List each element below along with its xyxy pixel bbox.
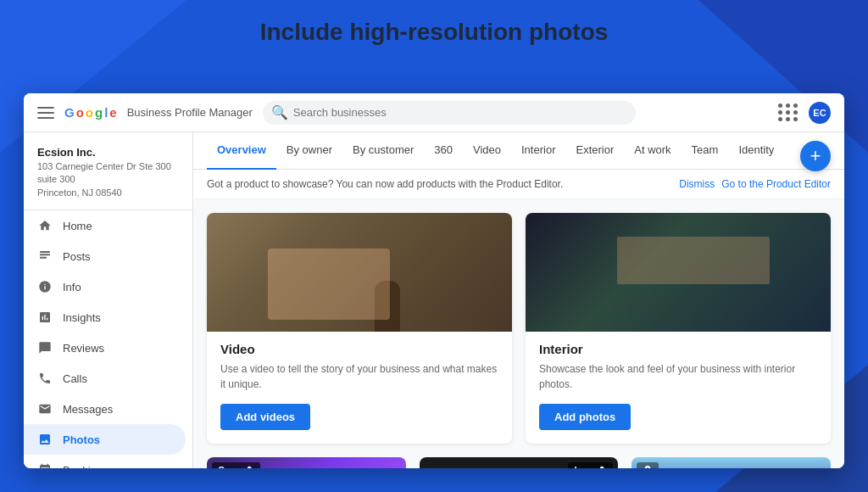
tab-interior[interactable]: Interior [511, 132, 565, 170]
page-headline: Include high-resolution photos [0, 19, 868, 46]
google-logo: Google [64, 105, 117, 120]
sidebar-item-info[interactable]: Info [24, 271, 186, 302]
nav-label-info: Info [63, 281, 81, 294]
browser-window: Google Business Profile Manager 🔍 EC Ecs… [24, 93, 844, 468]
sidebar-item-insights[interactable]: Insights [24, 302, 186, 333]
business-name: Ecsion Inc. [37, 146, 179, 159]
tab-overview[interactable]: Overview [207, 132, 276, 170]
nav-label-home: Home [63, 220, 92, 232]
messages-icon [37, 401, 53, 417]
tab-exterior[interactable]: Exterior [565, 132, 624, 170]
sidebar-item-bookings[interactable]: Bookings [24, 455, 186, 468]
add-videos-button[interactable]: Add videos [220, 404, 310, 430]
building-photo[interactable] [632, 457, 831, 468]
sidebar: Ecsion Inc. 103 Carnegie Center Dr Ste 3… [24, 132, 193, 468]
nav-label-bookings: Bookings [63, 464, 108, 468]
tab-360[interactable]: 360 [424, 132, 463, 170]
banner-text: Got a product to showcase? You can now a… [207, 178, 672, 190]
svg-rect-1 [40, 254, 50, 256]
sidebar-item-messages[interactable]: Messages [24, 394, 186, 424]
main-content: + Overview By owner By customer 360 Vide… [193, 132, 844, 468]
calls-icon [37, 371, 53, 386]
video-person-silhouette [375, 281, 400, 332]
logo-badge: Logo ✎ [568, 462, 613, 468]
sidebar-nav: Home Posts Info [24, 210, 192, 468]
cover-photo[interactable]: Cover ✎ [207, 457, 406, 468]
reviews-icon [37, 340, 53, 355]
interior-card: Interior Showcase the look and feel of y… [526, 213, 831, 444]
product-editor-link[interactable]: Go to the Product Editor [721, 178, 831, 190]
nav-label-calls: Calls [63, 372, 87, 385]
business-address: 103 Carnegie Center Dr Ste 300 suite 300… [37, 160, 179, 199]
search-bar[interactable]: 🔍 [263, 101, 636, 125]
cover-badge: Cover ✎ [212, 462, 260, 468]
sidebar-item-posts[interactable]: Posts [24, 241, 186, 271]
home-icon [37, 218, 53, 233]
nav-label-posts: Posts [63, 250, 91, 263]
insights-icon [37, 310, 53, 325]
nav-label-messages: Messages [63, 403, 113, 416]
interior-card-image [526, 213, 831, 332]
search-icon: 🔍 [271, 104, 288, 120]
search-input[interactable] [293, 106, 627, 119]
photos-icon [37, 432, 53, 447]
interior-card-title: Interior [539, 342, 817, 356]
posts-icon [37, 249, 53, 264]
photo-tabs: Overview By owner By customer 360 Video … [193, 132, 844, 170]
tab-at-work[interactable]: At work [624, 132, 681, 170]
tab-identity[interactable]: Identity [728, 132, 784, 170]
nav-label-reviews: Reviews [63, 342, 104, 355]
video-card-body: Video Use a video to tell the story of y… [207, 332, 512, 444]
building-badge [637, 462, 659, 468]
hamburger-icon[interactable] [37, 107, 54, 119]
interior-card-desc: Showcase the look and feel of your busin… [539, 361, 817, 392]
video-card-image [207, 213, 512, 332]
sidebar-item-photos[interactable]: Photos [24, 424, 186, 455]
product-editor-banner: Got a product to showcase? You can now a… [193, 170, 844, 199]
svg-rect-0 [40, 251, 50, 253]
tab-by-customer[interactable]: By customer [342, 132, 424, 170]
business-info: Ecsion Inc. 103 Carnegie Center Dr Ste 3… [24, 139, 192, 210]
sidebar-item-reviews[interactable]: Reviews [24, 333, 186, 363]
nav-label-insights: Insights [63, 311, 101, 324]
top-bar: Google Business Profile Manager 🔍 EC [24, 93, 844, 132]
video-card-title: Video [220, 342, 498, 356]
topbar-title: Business Profile Manager [127, 106, 253, 119]
sidebar-item-home[interactable]: Home [24, 210, 186, 241]
nav-label-photos: Photos [63, 433, 100, 446]
info-icon [37, 279, 53, 294]
video-card-desc: Use a video to tell the story of your bu… [220, 361, 498, 392]
add-photo-fab[interactable]: + [800, 141, 831, 171]
sidebar-item-calls[interactable]: Calls [24, 363, 186, 394]
tab-team[interactable]: Team [682, 132, 729, 170]
apps-icon[interactable] [778, 103, 798, 121]
interior-card-body: Interior Showcase the look and feel of y… [526, 332, 831, 444]
bottom-photos-row: Cover ✎ Logo ✎ ECSION [193, 457, 844, 468]
logo-photo[interactable]: Logo ✎ ECSION [420, 457, 619, 468]
dismiss-link[interactable]: Dismiss [679, 178, 715, 190]
photo-grid: Video Use a video to tell the story of y… [193, 199, 844, 457]
tab-by-owner[interactable]: By owner [276, 132, 342, 170]
svg-rect-2 [40, 257, 47, 259]
video-card: Video Use a video to tell the story of y… [207, 213, 512, 444]
body-area: Ecsion Inc. 103 Carnegie Center Dr Ste 3… [24, 132, 844, 468]
add-interior-photos-button[interactable]: Add photos [539, 404, 631, 430]
bookings-icon [37, 462, 53, 468]
tab-video[interactable]: Video [463, 132, 511, 170]
topbar-avatar[interactable]: EC [809, 102, 831, 124]
